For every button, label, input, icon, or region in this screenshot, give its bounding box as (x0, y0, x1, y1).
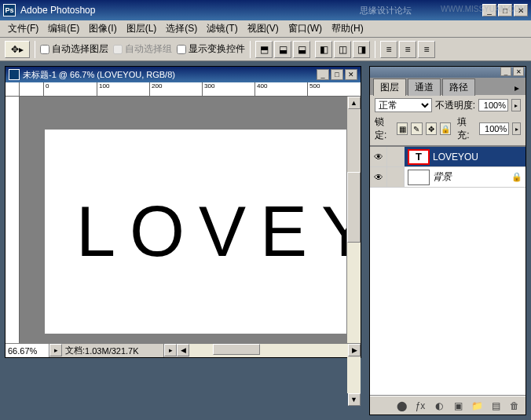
doc-maximize-button[interactable]: □ (331, 69, 343, 80)
scroll-up-icon[interactable]: ▲ (348, 97, 361, 109)
status-bar: 文档: 1.03M/321.7K (62, 344, 164, 357)
tab-channels[interactable]: 通道 (408, 79, 441, 96)
layers-list: 👁 T LOVEYOU 👁 背景 🔒 (370, 146, 526, 396)
options-bar: ✥▸ 自动选择图层 自动选择组 显示变换控件 ⬒ ⬓ ⬓ ◧ ◫ ◨ ≡ ≡ ≡ (0, 38, 531, 61)
delete-layer-icon[interactable]: 🗑 (507, 399, 522, 413)
ruler-horizontal[interactable]: 0 100 200 300 400 500 (20, 82, 361, 97)
app-title: Adobe Photoshop (20, 5, 360, 16)
app-icon: Ps (3, 4, 16, 16)
layer-row[interactable]: 👁 背景 🔒 (370, 167, 526, 188)
layer-thumbnail[interactable]: T (408, 149, 430, 165)
watermark-text: 思缘设计论坛 (360, 5, 412, 16)
lock-label: 锁定: (375, 115, 394, 142)
status-menu-icon[interactable]: ▸ (49, 344, 62, 356)
blend-mode-select[interactable]: 正常 (375, 98, 432, 112)
document-titlebar[interactable]: 未标题-1 @ 66.7% (LOVEYOU, RGB/8) _ □ ✕ (5, 67, 361, 82)
opacity-label: 不透明度: (435, 99, 475, 112)
opacity-input[interactable] (478, 99, 508, 111)
canvas[interactable]: LOVEY (45, 130, 346, 334)
link-column[interactable] (387, 147, 405, 166)
document-window: 未标题-1 @ 66.7% (LOVEYOU, RGB/8) _ □ ✕ 0 1… (5, 66, 361, 358)
separator (35, 41, 35, 58)
main-area: 未标题-1 @ 66.7% (LOVEYOU, RGB/8) _ □ ✕ 0 1… (0, 61, 531, 417)
lock-all-icon[interactable]: 🔒 (440, 122, 451, 135)
fill-arrow-icon[interactable]: ▸ (512, 122, 521, 135)
adjustment-layer-icon[interactable]: ▣ (450, 399, 466, 413)
menubar: 文件(F) 编辑(E) 图像(I) 图层(L) 选择(S) 滤镜(T) 视图(V… (0, 20, 531, 38)
canvas-text-content: LOVEY (76, 192, 346, 272)
link-column[interactable] (387, 167, 405, 187)
layer-row[interactable]: 👁 T LOVEYOU (370, 147, 526, 167)
move-tool-icon[interactable]: ✥▸ (5, 41, 30, 58)
layers-panel: _ ✕ 图层 通道 路径 ▸ 正常 不透明度: ▸ 锁定: ▦ ✎ ✥ (369, 66, 526, 415)
show-transform-label: 显示变换控件 (189, 42, 245, 56)
menu-filter[interactable]: 滤镜(T) (202, 20, 242, 37)
auto-select-group-label: 自动选择组 (125, 42, 172, 56)
lock-transparency-icon[interactable]: ▦ (397, 122, 408, 135)
document-title: 未标题-1 @ 66.7% (LOVEYOU, RGB/8) (23, 69, 175, 81)
layer-style-icon[interactable]: ƒx (412, 399, 428, 413)
align-right-icon[interactable]: ◨ (353, 41, 370, 58)
panel-menu-icon[interactable]: ▸ (511, 81, 522, 95)
fill-label: 填充: (457, 115, 476, 142)
panel-titlebar[interactable]: _ ✕ (370, 67, 526, 78)
new-layer-icon[interactable]: ▤ (488, 399, 504, 413)
scroll-down-icon[interactable]: ▼ (348, 393, 361, 406)
watermark-url: WWW.MISSYUAN.COM (441, 5, 526, 13)
layer-name[interactable]: 背景 (433, 170, 511, 184)
scroll-left-icon[interactable]: ◀ (177, 344, 189, 356)
fill-input[interactable] (479, 122, 509, 135)
new-group-icon[interactable]: 📁 (469, 399, 485, 413)
align-top-icon[interactable]: ⬒ (255, 41, 273, 58)
auto-select-layer-label: 自动选择图层 (52, 42, 108, 56)
status-label: 文档: (65, 345, 85, 356)
auto-select-group-checkbox[interactable]: 自动选择组 (113, 42, 172, 56)
menu-file[interactable]: 文件(F) (3, 20, 43, 37)
visibility-toggle-icon[interactable]: 👁 (370, 167, 387, 187)
separator (375, 41, 375, 58)
zoom-input[interactable]: 66.67% (5, 344, 49, 357)
layer-thumbnail[interactable] (408, 170, 430, 185)
menu-image[interactable]: 图像(I) (84, 20, 121, 37)
layer-name[interactable]: LOVEYOU (433, 152, 526, 163)
ruler-vertical[interactable] (5, 97, 20, 343)
lock-indicator-icon: 🔒 (511, 172, 526, 182)
auto-select-layer-checkbox[interactable]: 自动选择图层 (40, 42, 108, 56)
show-transform-checkbox[interactable]: 显示变换控件 (177, 42, 245, 56)
doc-close-button[interactable]: ✕ (345, 69, 357, 80)
document-icon (9, 69, 20, 80)
panel-tabs: 图层 通道 路径 ▸ (370, 78, 526, 95)
panel-close-button[interactable]: ✕ (513, 67, 524, 76)
doc-minimize-button[interactable]: _ (317, 69, 329, 80)
visibility-toggle-icon[interactable]: 👁 (370, 147, 387, 166)
menu-help[interactable]: 帮助(H) (327, 20, 368, 37)
distribute-top-icon[interactable]: ≡ (380, 41, 397, 58)
scroll-right-icon[interactable]: ▶ (348, 344, 361, 356)
align-left-icon[interactable]: ◧ (315, 41, 332, 58)
menu-view[interactable]: 视图(V) (243, 20, 284, 37)
scrollbar-vertical[interactable]: ▲ ▼ (346, 97, 361, 343)
menu-layer[interactable]: 图层(L) (122, 20, 162, 37)
status-size: 1.03M/321.7K (85, 346, 139, 356)
scrollbar-horizontal[interactable] (189, 344, 348, 357)
opacity-arrow-icon[interactable]: ▸ (511, 99, 521, 111)
lock-pixels-icon[interactable]: ✎ (411, 122, 422, 135)
menu-window[interactable]: 窗口(W) (284, 20, 327, 37)
align-hcenter-icon[interactable]: ◫ (334, 41, 351, 58)
menu-edit[interactable]: 编辑(E) (43, 20, 84, 37)
ruler-origin[interactable] (5, 82, 20, 97)
align-vcenter-icon[interactable]: ⬓ (274, 41, 291, 58)
panel-minimize-button[interactable]: _ (500, 67, 511, 76)
distribute-bottom-icon[interactable]: ≡ (418, 41, 435, 58)
layer-mask-icon[interactable]: ◐ (431, 399, 447, 413)
canvas-viewport[interactable]: LOVEY (20, 97, 346, 343)
distribute-vcenter-icon[interactable]: ≡ (399, 41, 416, 58)
tab-layers[interactable]: 图层 (373, 79, 406, 96)
menu-select[interactable]: 选择(S) (161, 20, 202, 37)
tab-paths[interactable]: 路径 (442, 79, 475, 96)
separator (250, 41, 251, 58)
align-bottom-icon[interactable]: ⬓ (293, 41, 310, 58)
link-layers-icon[interactable]: ⬤ (394, 399, 409, 413)
lock-position-icon[interactable]: ✥ (426, 122, 437, 135)
status-arrow-icon[interactable]: ▸ (164, 344, 177, 356)
